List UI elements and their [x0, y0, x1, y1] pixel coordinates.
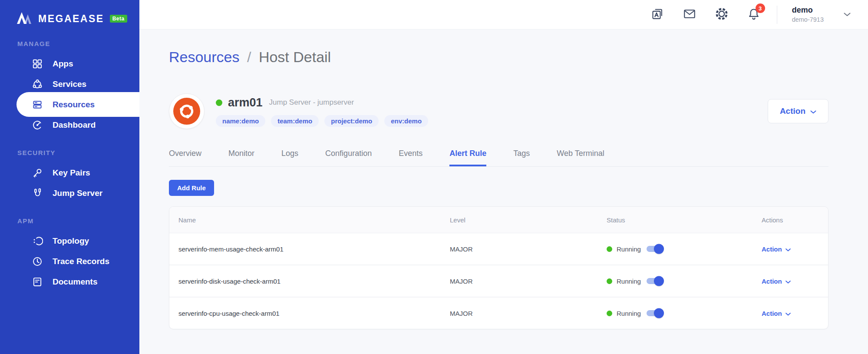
rule-name: serverinfo-cpu-usage-check-arm01 [169, 310, 450, 317]
row-action-button[interactable]: Action [762, 278, 791, 285]
running-status-dot [607, 246, 612, 252]
running-status-dot [607, 278, 612, 284]
status-toggle[interactable] [647, 310, 663, 316]
sidebar-nav: MANAGE Apps [0, 40, 139, 292]
column-header-level: Level [450, 216, 607, 224]
user-org: demo-7913 [792, 16, 824, 23]
tab-events[interactable]: Events [399, 149, 422, 166]
host-info: arm01 Jump Server - jumpserver name:demo… [216, 96, 428, 127]
toggle-knob [654, 276, 664, 286]
action-button[interactable]: Action [768, 99, 828, 123]
tag: project:demo [324, 115, 379, 127]
breadcrumb-resources-link[interactable]: Resources [169, 49, 240, 65]
sidebar-item-apps[interactable]: Apps [17, 53, 139, 74]
notifications-button[interactable]: 3 [747, 7, 760, 22]
chevron-down-icon [785, 310, 791, 317]
chevron-down-icon [785, 245, 791, 253]
sidebar-item-label: Apps [53, 59, 73, 69]
brand-name: MEGAEASE [38, 13, 104, 25]
sidebar-item-label: Dashboard [53, 120, 96, 130]
row-action-button[interactable]: Action [762, 245, 791, 253]
user-text: demo demo-7913 [792, 6, 824, 23]
topbar-icons: 3 [651, 7, 760, 22]
sidebar-item-documents[interactable]: Documents [17, 271, 139, 292]
mail-icon [683, 7, 696, 22]
sidebar-item-services[interactable]: Services [17, 74, 139, 94]
sidebar-item-label: Documents [53, 277, 97, 287]
toggle-knob [654, 308, 664, 318]
tag: team:demo [271, 115, 319, 127]
tab-overview[interactable]: Overview [169, 149, 201, 166]
section-title: APM [0, 217, 139, 231]
chevron-down-icon [810, 106, 816, 116]
notification-badge: 3 [756, 3, 765, 13]
rule-status-cell: Running [607, 310, 762, 317]
sidebar-item-key-pairs[interactable]: Key Pairs [17, 162, 139, 183]
sidebar-item-dashboard[interactable]: Dashboard [17, 115, 139, 135]
tab-configuration[interactable]: Configuration [325, 149, 372, 166]
page: MEGAEASE Beta MANAGE Apps [0, 0, 868, 354]
sidebar-item-trace-records[interactable]: Trace Records [17, 251, 139, 271]
sidebar-item-resources[interactable]: Resources [17, 92, 139, 117]
toggle-knob [654, 244, 664, 254]
topbar: 3 demo demo-7913 [139, 0, 868, 30]
tag: name:demo [216, 115, 265, 127]
document-icon [32, 276, 43, 288]
chevron-down-icon [844, 10, 851, 18]
beta-badge: Beta [110, 15, 127, 23]
language-button[interactable] [651, 7, 664, 22]
row-action-button[interactable]: Action [762, 310, 791, 317]
host-title-row: arm01 Jump Server - jumpserver [216, 96, 428, 109]
host-name: arm01 [228, 96, 263, 109]
online-status-dot [216, 99, 222, 106]
breadcrumb: Resources / Host Detail [169, 49, 828, 66]
status-toggle[interactable] [647, 278, 663, 284]
column-header-name: Name [169, 216, 450, 224]
sidebar-item-topology[interactable]: Topology [17, 231, 139, 251]
tab-web-terminal[interactable]: Web Terminal [557, 149, 604, 166]
main-content: Resources / Host Detail arm01 Jump Serve… [139, 30, 868, 354]
apps-grid-icon [32, 58, 43, 69]
rule-level: MAJOR [450, 310, 607, 317]
chevron-down-icon [785, 278, 791, 285]
tab-alert-rule[interactable]: Alert Rule [449, 149, 486, 166]
table-row: serverinfo-cpu-usage-check-arm01 MAJOR R… [169, 297, 828, 329]
sidebar-item-label: Resources [53, 100, 95, 109]
sidebar-item-jump-server[interactable]: Jump Server [17, 183, 139, 203]
status-toggle[interactable] [647, 246, 663, 252]
settings-button[interactable] [715, 7, 728, 22]
sidebar-section-apm: APM Topology [0, 217, 139, 292]
rule-status-label: Running [617, 245, 641, 253]
tag: env:demo [384, 115, 428, 127]
row-action-label: Action [762, 245, 782, 253]
rule-status-label: Running [617, 310, 641, 317]
rule-status-cell: Running [607, 245, 762, 253]
section-title: MANAGE [0, 40, 139, 53]
clock-icon [32, 256, 43, 267]
rule-level: MAJOR [450, 245, 607, 253]
ubuntu-avatar [169, 93, 205, 129]
breadcrumb-separator: / [247, 49, 251, 65]
rule-status-cell: Running [607, 278, 762, 285]
column-header-status: Status [607, 216, 762, 224]
sidebar-section-manage: MANAGE Apps [0, 40, 139, 135]
page-title: Host Detail [259, 49, 331, 65]
action-button-label: Action [780, 106, 805, 116]
table-row: serverinfo-disk-usage-check-arm01 MAJOR … [169, 265, 828, 297]
tab-logs[interactable]: Logs [281, 149, 298, 166]
add-rule-button[interactable]: Add Rule [169, 180, 214, 196]
messages-button[interactable] [683, 7, 696, 22]
user-menu[interactable]: demo demo-7913 [792, 6, 851, 23]
key-icon [32, 167, 43, 179]
sidebar-section-security: SECURITY Key Pairs [0, 149, 139, 203]
rule-status-label: Running [617, 278, 641, 285]
table-row: serverinfo-mem-usage-check-arm01 MAJOR R… [169, 233, 828, 265]
alert-rules-table: Name Level Status Actions serverinfo-mem… [169, 206, 828, 329]
megaease-logo-icon [17, 11, 33, 26]
tab-monitor[interactable]: Monitor [228, 149, 254, 166]
tab-tags[interactable]: Tags [513, 149, 530, 166]
host-header: arm01 Jump Server - jumpserver name:demo… [169, 93, 828, 129]
tabs: Overview Monitor Logs Configuration Even… [169, 149, 828, 167]
column-header-actions: Actions [762, 216, 828, 224]
host-tags: name:demo team:demo project:demo env:dem… [216, 115, 428, 127]
